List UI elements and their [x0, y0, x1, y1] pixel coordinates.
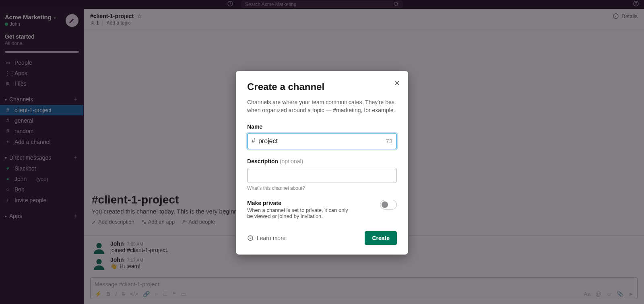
- modal-overlay[interactable]: ✕ Create a channel Channels are where yo…: [0, 0, 644, 304]
- modal-description: Channels are where your team communicate…: [247, 98, 397, 115]
- make-private-label: Make private: [247, 200, 352, 206]
- make-private-sub: When a channel is set to private, it can…: [247, 207, 352, 219]
- close-icon[interactable]: ✕: [394, 79, 400, 88]
- description-hint: What's this channel about?: [247, 185, 397, 191]
- learn-more-link[interactable]: Learn more: [247, 235, 286, 241]
- description-label: Description (optional): [247, 158, 397, 164]
- name-label: Name: [247, 123, 397, 130]
- make-private-toggle[interactable]: [380, 200, 397, 210]
- modal-title: Create a channel: [247, 81, 397, 92]
- char-count: 73: [386, 138, 392, 144]
- create-button[interactable]: Create: [365, 231, 397, 245]
- channel-description-input[interactable]: [247, 168, 397, 183]
- channel-name-input[interactable]: [258, 138, 386, 145]
- channel-name-input-wrap: # 73: [247, 133, 397, 149]
- create-channel-modal: ✕ Create a channel Channels are where yo…: [236, 71, 408, 255]
- hash-icon: #: [252, 138, 255, 145]
